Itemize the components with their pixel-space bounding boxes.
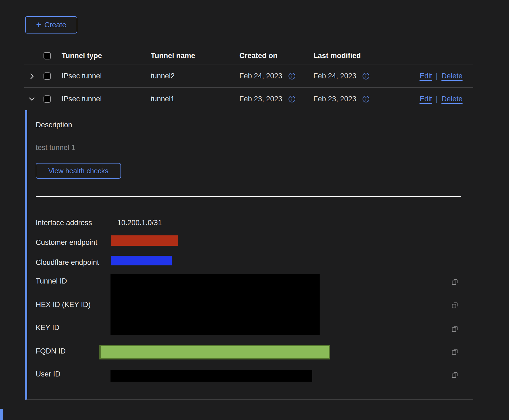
row-checkbox[interactable] — [43, 95, 51, 103]
table-header-row: Tunnel type Tunnel name Created on Last … — [24, 47, 473, 65]
info-icon[interactable] — [288, 95, 296, 103]
link-separator: | — [436, 72, 438, 80]
last-modified-value: Feb 24, 2023 — [313, 72, 356, 80]
info-icon[interactable] — [288, 72, 296, 80]
copy-tunnel-id-button[interactable] — [451, 278, 459, 286]
customer-endpoint-redacted-value — [111, 235, 178, 246]
tunnel-name-cell: tunnel1 — [151, 95, 239, 103]
ids-redacted-values — [110, 274, 320, 335]
info-icon[interactable] — [362, 72, 370, 80]
user-id-label: User ID — [36, 370, 61, 378]
cloudflare-endpoint-label: Cloudflare endpoint — [36, 258, 99, 266]
description-label: Description — [36, 121, 72, 129]
chevron-right-icon — [28, 72, 36, 80]
copy-fqdn-id-button[interactable] — [451, 348, 459, 356]
create-button-label: Create — [44, 21, 66, 29]
chevron-down-icon — [28, 95, 36, 103]
header-created-on: Created on — [239, 52, 313, 60]
info-icon[interactable] — [362, 95, 370, 103]
section-divider — [36, 196, 461, 197]
tunnel-type-cell: IPsec tunnel — [62, 72, 151, 80]
tunnel-id-label: Tunnel ID — [36, 277, 67, 285]
copy-icon — [451, 348, 459, 356]
customer-endpoint-label: Customer endpoint — [36, 238, 97, 246]
create-button[interactable]: + Create — [25, 16, 77, 34]
copy-icon — [451, 371, 459, 379]
select-all-cell — [39, 52, 62, 59]
table-row: IPsec tunnel tunnel1 Feb 23, 2023 Feb 23… — [24, 88, 473, 110]
collapse-row-button[interactable] — [28, 95, 36, 103]
tunnels-table: Tunnel type Tunnel name Created on Last … — [24, 47, 473, 400]
plus-icon: + — [36, 20, 41, 29]
created-on-value: Feb 24, 2023 — [239, 72, 282, 80]
expand-row-button[interactable] — [28, 72, 36, 80]
copy-key-id-button[interactable] — [451, 325, 459, 333]
tunnel-detail-panel: Description test tunnel 1 View health ch… — [25, 110, 473, 400]
copy-icon — [451, 278, 459, 286]
tunnels-page: + Create Tunnel type Tunnel name Created… — [0, 0, 509, 420]
fqdn-id-redacted-value — [99, 345, 330, 359]
row-checkbox[interactable] — [43, 72, 51, 80]
tunnel-name-cell: tunnel2 — [151, 72, 239, 80]
delete-link[interactable]: Delete — [441, 95, 463, 103]
fqdn-id-label: FQDN ID — [36, 347, 66, 355]
edit-link[interactable]: Edit — [420, 72, 432, 80]
link-separator: | — [436, 95, 438, 103]
tunnel-type-cell: IPsec tunnel — [62, 95, 151, 103]
interface-address-label: Interface address — [36, 219, 92, 227]
user-id-redacted-value — [110, 370, 312, 382]
hex-id-label: HEX ID (KEY ID) — [36, 301, 91, 309]
copy-icon — [451, 301, 459, 309]
header-last-modified: Last modified — [313, 52, 394, 60]
interface-address-value: 10.200.1.0/31 — [117, 219, 162, 227]
key-id-label: KEY ID — [36, 324, 59, 332]
select-all-checkbox[interactable] — [43, 52, 51, 59]
table-row: IPsec tunnel tunnel2 Feb 24, 2023 Feb 24… — [24, 65, 473, 88]
header-tunnel-name: Tunnel name — [151, 52, 239, 60]
delete-link[interactable]: Delete — [441, 72, 463, 80]
copy-user-id-button[interactable] — [451, 371, 459, 379]
edit-link[interactable]: Edit — [420, 95, 432, 103]
view-health-checks-button[interactable]: View health checks — [36, 163, 121, 179]
last-modified-value: Feb 23, 2023 — [313, 95, 356, 103]
header-tunnel-type: Tunnel type — [62, 52, 151, 60]
cloudflare-endpoint-redacted-value — [111, 256, 172, 265]
partial-expand-indicator — [0, 409, 3, 420]
copy-icon — [451, 325, 459, 333]
copy-hex-id-button[interactable] — [451, 301, 459, 309]
description-value: test tunnel 1 — [36, 144, 75, 152]
created-on-value: Feb 23, 2023 — [239, 95, 282, 103]
